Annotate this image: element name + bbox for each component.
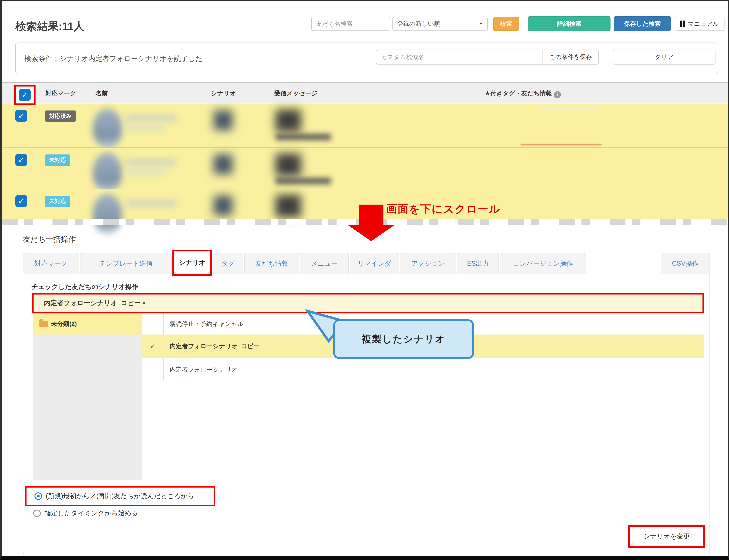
column-header-tags: ★付きタグ・友だち情報i xyxy=(485,89,561,98)
saved-search-button[interactable]: 保存した検索 xyxy=(614,16,671,31)
blurred-message xyxy=(275,195,301,217)
search-condition-label: 検索条件：シナリオ内定者フォローシナリオを読了した xyxy=(24,54,202,63)
scenario-option-label: 内定者フォローシナリオ_コピー xyxy=(170,342,260,350)
search-button[interactable]: 検索 xyxy=(493,17,519,31)
tab-es-output[interactable]: ES出力 xyxy=(457,253,499,273)
folder-icon xyxy=(39,321,48,327)
tab-csv[interactable]: CSV操作 xyxy=(661,253,710,273)
folder-panel xyxy=(33,335,142,480)
bulk-tab-bar: 対応マーク テンプレート送信 シナリオ タグ 友だち情報 メニュー リマインダ … xyxy=(23,253,710,273)
tab-action[interactable]: アクション xyxy=(400,253,456,273)
detail-search-button[interactable]: 詳細検索 xyxy=(528,16,611,31)
folder-label: 未分類(2) xyxy=(51,320,77,328)
manual-button[interactable]: マニュアル xyxy=(675,17,724,31)
book-icon xyxy=(680,21,686,27)
blurred-avatar xyxy=(93,109,122,149)
blurred-avatar xyxy=(93,194,122,234)
sort-order-select[interactable]: 登録の新しい順 ▼ xyxy=(393,17,488,31)
status-badge: 未対応 xyxy=(45,196,70,207)
chevron-down-icon: ▼ xyxy=(479,21,483,26)
highlight-box-select-all: ✓ xyxy=(14,85,36,105)
tab-menu[interactable]: メニュー xyxy=(300,253,348,273)
select-all-checkbox[interactable]: ✓ xyxy=(19,89,31,101)
scroll-annotation: 画面を下にスクロール xyxy=(386,202,500,216)
scenario-option[interactable]: 内定者フォローシナリオ xyxy=(142,358,704,381)
row-checkbox[interactable]: ✓ xyxy=(15,154,27,166)
radio-row: 指定したタイミングから始める xyxy=(33,509,138,518)
tab-conversion[interactable]: コンバージョン操作 xyxy=(500,253,586,273)
table-header: 対応マーク 名前 シナリオ 受信メッセージ ★付きタグ・友だち情報i xyxy=(2,82,728,103)
scroll-arrow-icon xyxy=(359,205,384,225)
tab-template[interactable]: テンプレート送信 xyxy=(80,253,171,273)
scroll-arrow-head xyxy=(347,225,395,241)
folder-item-unclassified[interactable]: 未分類(2) xyxy=(33,313,142,335)
blurred-scenario xyxy=(214,110,232,130)
callout-bubble: 複製したシナリオ xyxy=(333,319,474,359)
row-checkbox[interactable]: ✓ xyxy=(15,195,27,207)
column-header-mark: 対応マーク xyxy=(45,89,76,98)
friend-name-search-input[interactable] xyxy=(311,17,390,31)
info-icon[interactable]: i xyxy=(554,91,561,98)
tab-tag[interactable]: タグ xyxy=(213,253,243,273)
highlight-box-selected-scenario: 内定者フォローシナリオ_コピー × xyxy=(32,293,704,313)
blurred-tag-info xyxy=(539,108,602,110)
blurred-scenario xyxy=(214,154,232,174)
column-header-scenario: シナリオ xyxy=(211,89,236,98)
table-row[interactable]: ✓ 対応済み xyxy=(2,104,728,148)
panel-heading: チェックした友だちのシナリオ操作 xyxy=(31,282,138,291)
row-checkbox[interactable]: ✓ xyxy=(15,110,27,122)
blurred-date xyxy=(275,134,331,140)
radio-specified-timing-label: 指定したタイミングから始める xyxy=(45,509,138,518)
radio-from-start-label: (新規)最初から／(再開)友だちが読んだところから xyxy=(46,492,194,501)
blurred-name xyxy=(125,200,176,207)
blurred-scenario xyxy=(214,196,232,215)
change-scenario-button[interactable]: シナリオを変更 xyxy=(632,529,701,544)
column-header-name: 名前 xyxy=(96,89,108,98)
callout-text: 複製したシナリオ xyxy=(362,333,446,346)
status-badge: 未対応 xyxy=(45,154,70,166)
status-badge: 対応済み xyxy=(45,110,76,122)
table-row[interactable]: ✓ 未対応 xyxy=(2,148,728,189)
bulk-operation-title: 友だち一括操作 xyxy=(23,234,76,244)
blurred-name xyxy=(125,115,176,121)
app-window: 検索結果:11人 登録の新しい順 ▼ 検索 詳細検索 保存した検索 マニュアル … xyxy=(0,0,729,560)
radio-specified-timing[interactable] xyxy=(33,510,41,517)
tab-mark[interactable]: 対応マーク xyxy=(23,253,79,273)
blurred-message xyxy=(275,154,301,176)
tab-scenario[interactable]: シナリオ xyxy=(172,250,212,276)
blurred-name xyxy=(125,159,176,165)
radio-from-start[interactable] xyxy=(34,492,42,500)
column-header-message: 受信メッセージ xyxy=(274,89,317,98)
blurred-date xyxy=(275,178,331,184)
manual-button-label: マニュアル xyxy=(688,20,719,28)
page-title: 検索結果:11人 xyxy=(15,19,84,34)
scenario-option-label: 購読停止・予約キャンセル xyxy=(170,320,244,328)
save-condition-button[interactable]: この条件を保存 xyxy=(543,50,599,65)
highlight-box-radio: (新規)最初から／(再開)友だちが読んだところから xyxy=(25,486,215,506)
sort-order-value: 登録の新しい順 xyxy=(397,20,440,28)
highlight-box-submit: シナリオを変更 xyxy=(628,525,705,548)
check-icon: ✓ xyxy=(150,342,155,350)
selected-scenario-chip[interactable]: 内定者フォローシナリオ_コピー xyxy=(44,299,141,307)
blurred-avatar xyxy=(93,153,122,193)
clear-button[interactable]: クリア xyxy=(613,50,715,65)
blurred-message xyxy=(275,110,301,132)
tab-reminder[interactable]: リマインダ xyxy=(350,253,399,273)
scenario-option-label: 内定者フォローシナリオ xyxy=(170,366,238,374)
chip-remove-icon[interactable]: × xyxy=(142,300,146,307)
blurred-name-line2 xyxy=(125,125,165,131)
blurred-link-underline xyxy=(521,144,602,145)
blurred-name-line2 xyxy=(125,169,165,175)
tab-friend-info[interactable]: 友だち情報 xyxy=(244,253,299,273)
custom-search-name-input[interactable] xyxy=(376,50,543,65)
